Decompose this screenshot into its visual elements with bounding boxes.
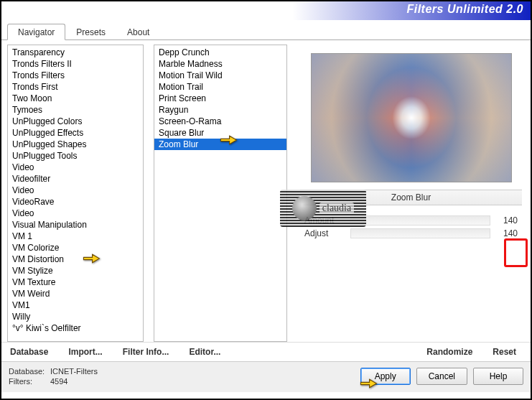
main-content: TransparencyTronds Filters IITronds Filt… [1,40,531,342]
globe-icon [292,196,317,220]
list-item[interactable]: °v° Kiwi`s Oelfilter [8,322,143,334]
list-item[interactable]: Tronds Filters II [8,58,143,70]
filter-info-link[interactable]: Filter Info... [123,347,169,357]
list-item[interactable]: Screen-O-Rama [154,116,286,127]
help-button[interactable]: Help [473,368,523,385]
list-item[interactable]: VM Texture [8,276,143,288]
db-value: ICNET-Filters [50,367,98,376]
list-item[interactable]: Motion Trail [154,81,286,93]
import-link[interactable]: Import... [68,347,102,357]
list-item[interactable]: Video [8,208,143,219]
list-item[interactable]: Videofilter [8,173,143,185]
preview-image [311,53,512,182]
footer: Database:ICNET-Filters Filters:4594 Appl… [1,361,531,392]
apply-button[interactable]: Apply [360,368,411,385]
watermark: claudia [280,190,366,227]
filters-count-label: Filters: [9,376,50,386]
list-item[interactable]: Tronds Filters [8,70,143,81]
title-bar: Filters Unlimited 2.0 [1,1,531,20]
list-item[interactable]: VM Distortion [8,254,143,265]
category-list[interactable]: TransparencyTronds Filters IITronds Filt… [7,45,144,342]
list-item[interactable]: Willy [8,311,143,322]
link-button-row: Database Import... Filter Info... Editor… [1,342,531,361]
list-item[interactable]: Two Moon [8,93,143,104]
list-item[interactable]: Depp Crunch [154,47,286,58]
list-item[interactable]: Tronds First [8,81,143,93]
filters-count-value: 4594 [50,377,67,386]
watermark-text: claudia [319,203,354,214]
param-label: Adjust [304,228,345,238]
list-item[interactable]: VM Weird [8,288,143,299]
app-title: Filters Unlimited 2.0 [406,3,523,15]
param-value: 140 [496,228,518,238]
param-value: 140 [496,215,518,225]
footer-info: Database:ICNET-Filters Filters:4594 [9,366,98,386]
tab-about[interactable]: About [116,24,160,40]
cancel-button[interactable]: Cancel [416,368,467,385]
reset-link[interactable]: Reset [493,347,516,357]
database-link[interactable]: Database [10,347,48,357]
list-item[interactable]: UnPlugged Colors [8,116,143,127]
list-item[interactable]: VM 1 [8,231,143,242]
list-item[interactable]: Video [8,185,143,196]
list-item[interactable]: Zoom Blur [154,139,286,150]
list-item[interactable]: Transparency [8,47,143,58]
list-item[interactable]: VM Stylize [8,265,143,276]
list-item[interactable]: Motion Trail Wild [154,70,286,81]
tab-navigator[interactable]: Navigator [7,24,65,40]
list-item[interactable]: VM Colorize [8,242,143,254]
list-item[interactable]: Tymoes [8,104,143,116]
db-label: Database: [9,366,50,376]
highlight-box [504,238,528,267]
list-item[interactable]: VM1 [8,299,143,311]
param-slider[interactable] [350,215,490,225]
param-row: Adjust140 [304,228,518,238]
list-item[interactable]: UnPlugged Tools [8,150,143,162]
param-slider[interactable] [350,228,490,238]
list-item[interactable]: Marble Madness [154,58,286,70]
tab-presets[interactable]: Presets [65,24,116,40]
tab-bar: NavigatorPresetsAbout [1,23,531,40]
list-item[interactable]: Visual Manipulation [8,219,143,231]
list-item[interactable]: Raygun [154,104,286,116]
app-window: Filters Unlimited 2.0 NavigatorPresetsAb… [0,0,532,400]
editor-link[interactable]: Editor... [189,347,220,357]
list-item[interactable]: VideoRave [8,196,143,208]
list-item[interactable]: Print Screen [154,93,286,104]
filter-list[interactable]: Depp CrunchMarble MadnessMotion Trail Wi… [154,45,287,342]
list-item[interactable]: Video [8,162,143,173]
randomize-link[interactable]: Randomize [426,347,472,357]
list-item[interactable]: Square Blur [154,127,286,139]
list-item[interactable]: UnPlugged Shapes [8,139,143,150]
list-item[interactable]: UnPlugged Effects [8,127,143,139]
